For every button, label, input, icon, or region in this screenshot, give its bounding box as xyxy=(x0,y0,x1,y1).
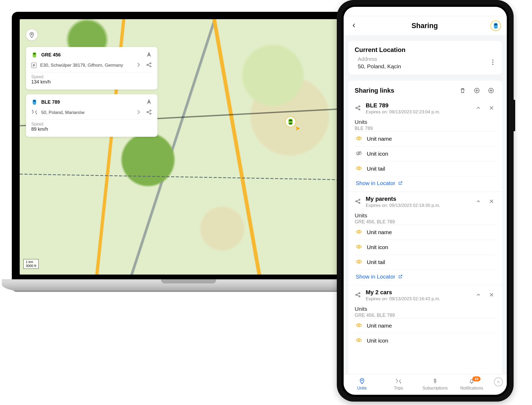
show-in-locator-link[interactable]: Show in Locator xyxy=(355,270,496,283)
svg-point-26 xyxy=(358,138,360,139)
share-option-row[interactable]: Unit tail xyxy=(355,255,496,270)
svg-rect-3 xyxy=(289,123,292,124)
map-view[interactable]: ➤ GRE 456 P E30, Schwülpe xyxy=(20,19,357,275)
svg-point-7 xyxy=(150,63,151,64)
eye-icon xyxy=(356,244,362,251)
back-button[interactable] xyxy=(349,21,359,31)
bottom-nav: Units Trips Subscriptions 10 Notificatio… xyxy=(344,374,507,395)
svg-point-39 xyxy=(358,339,360,341)
share-option-row[interactable]: Unit tail xyxy=(355,161,496,176)
share-icon xyxy=(355,105,361,112)
share-option-row[interactable]: Unit name xyxy=(355,131,496,146)
collapse-button[interactable] xyxy=(474,104,483,113)
share-option-row[interactable]: Unit name xyxy=(355,318,496,333)
option-label: Unit name xyxy=(367,136,392,142)
share-option-row[interactable]: Unit icon xyxy=(355,333,496,348)
nav-more[interactable] xyxy=(490,377,507,386)
navigate-icon[interactable] xyxy=(146,98,152,106)
nav-subscriptions[interactable]: Subscriptions xyxy=(417,377,453,391)
svg-point-41 xyxy=(396,379,397,380)
unit-card[interactable]: BLE 789 50, Poland, Marianów xyxy=(26,94,157,137)
address-value: 50, Poland, Kącin xyxy=(358,63,490,70)
unit-name: BLE 789 xyxy=(41,99,142,105)
laptop-base xyxy=(12,279,365,292)
map-vehicle-marker[interactable] xyxy=(285,116,296,127)
svg-point-29 xyxy=(356,201,357,202)
svg-point-38 xyxy=(358,324,360,326)
avatar[interactable] xyxy=(490,20,501,31)
unit-card[interactable]: GRE 456 P E30, Schwülper 38179, Gifhorn,… xyxy=(26,47,157,90)
scale-ft: 3000 ft xyxy=(26,264,36,268)
address-label: Address xyxy=(358,56,490,62)
add-button[interactable] xyxy=(486,86,496,95)
show-in-locator-link[interactable]: Show in Locator xyxy=(355,176,496,190)
sharing-links-panel: Sharing links BLE 789Expires on: 09/13/2… xyxy=(348,81,502,374)
phone-screen: Sharing Current Location Address 50, Pol… xyxy=(344,7,507,395)
sharing-link-item: My 2 carsExpires on: 09/13/2023 02:16:43… xyxy=(348,285,502,348)
nav-units[interactable]: Units xyxy=(344,377,380,391)
remove-link-button[interactable] xyxy=(487,291,496,300)
svg-point-28 xyxy=(358,167,360,169)
more-menu-button[interactable] xyxy=(490,57,496,69)
navigate-icon[interactable] xyxy=(146,51,152,59)
share-option-row[interactable]: Unit icon xyxy=(355,146,496,161)
eye-off-icon xyxy=(356,150,362,157)
nav-notifications[interactable]: 10 Notifications xyxy=(453,377,490,391)
share-icon xyxy=(355,198,361,206)
nav-trips[interactable]: Trips xyxy=(380,377,417,391)
eye-icon xyxy=(356,229,362,236)
current-location-panel: Current Location Address 50, Poland, Kąc… xyxy=(348,41,502,75)
chevron-right-icon[interactable] xyxy=(135,109,142,116)
add-circle-button[interactable] xyxy=(472,86,482,95)
phone-device: Sharing Current Location Address 50, Pol… xyxy=(337,0,514,402)
notification-badge: 10 xyxy=(472,376,480,381)
svg-rect-2 xyxy=(289,120,292,121)
svg-rect-4 xyxy=(33,52,36,57)
car-blue-icon xyxy=(493,22,498,29)
option-label: Unit icon xyxy=(367,151,388,157)
svg-point-37 xyxy=(359,296,360,297)
share-option-row[interactable]: Unit name xyxy=(355,225,496,240)
svg-point-12 xyxy=(36,114,37,114)
sharing-link-item: My parentsExpires on: 09/13/2023 02:19:3… xyxy=(348,192,502,285)
svg-point-33 xyxy=(358,246,360,248)
laptop-frame: ➤ GRE 456 P E30, Schwülpe xyxy=(12,12,365,279)
collapse-button[interactable] xyxy=(474,197,483,207)
nav-label: Notifications xyxy=(460,386,483,391)
eye-icon xyxy=(356,165,362,172)
svg-point-8 xyxy=(150,66,151,67)
svg-point-31 xyxy=(359,202,360,204)
nav-label: Trips xyxy=(394,386,403,391)
speed-value: 89 km/h xyxy=(31,127,152,132)
phone-side-button xyxy=(514,100,515,131)
svg-rect-9 xyxy=(33,99,36,105)
svg-point-6 xyxy=(147,64,148,66)
car-green-icon xyxy=(288,118,293,125)
link-name: BLE 789 xyxy=(366,102,469,109)
option-label: Unit tail xyxy=(367,259,385,265)
laptop-device: ➤ GRE 456 P E30, Schwülpe xyxy=(12,12,365,292)
nav-label: Subscriptions xyxy=(422,386,448,391)
svg-point-18 xyxy=(492,60,493,61)
remove-link-button[interactable] xyxy=(487,104,496,113)
map-location-button[interactable] xyxy=(26,29,38,41)
car-blue-icon xyxy=(31,99,38,105)
svg-point-0 xyxy=(31,34,33,35)
remove-link-button[interactable] xyxy=(487,197,496,207)
nav-label: Units xyxy=(357,386,366,391)
share-option-row[interactable]: Unit icon xyxy=(355,240,496,255)
units-list: BLE 789 xyxy=(355,126,496,131)
share-icon[interactable] xyxy=(146,62,152,69)
delete-button[interactable] xyxy=(458,86,467,95)
svg-point-14 xyxy=(150,110,151,111)
unit-name: GRE 456 xyxy=(41,52,142,58)
heading-arrow-icon: ➤ xyxy=(295,125,300,132)
location-pin-icon xyxy=(29,32,35,38)
svg-rect-17 xyxy=(494,24,497,25)
option-label: Unit tail xyxy=(367,166,385,172)
chevron-right-icon[interactable] xyxy=(135,62,142,69)
share-icon[interactable] xyxy=(146,109,152,116)
link-expires: Expires on: 09/13/2023 02:23:04 p.m. xyxy=(366,109,469,115)
svg-point-36 xyxy=(359,293,360,294)
collapse-button[interactable] xyxy=(474,291,483,300)
